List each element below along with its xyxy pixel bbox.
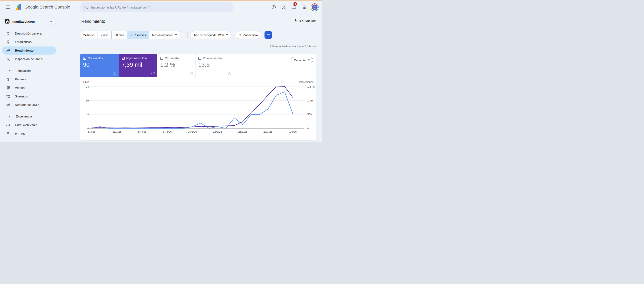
- notifications-button[interactable]: 4: [290, 3, 298, 12]
- metric-checkbox-checked[interactable]: [83, 57, 86, 60]
- date-filter-28d[interactable]: 28 días: [112, 31, 127, 39]
- metric-card-total-impressions[interactable]: Impresiones total… 7,39 mil ?: [118, 54, 157, 77]
- svg-text:14/3/26: 14/3/26: [138, 130, 146, 133]
- sidebar-item-removals[interactable]: Retirada de URLs: [2, 101, 56, 109]
- chevron-down-icon: [50, 21, 52, 22]
- chevron-down-icon: [8, 116, 11, 117]
- user-gear-icon: [282, 5, 287, 10]
- granularity-label: Cada día: [294, 59, 306, 62]
- home-icon: [6, 31, 10, 36]
- svg-text:23/3/26: 23/3/26: [213, 130, 222, 133]
- section-label: Experiencia: [16, 115, 32, 118]
- sidebar-item-label: Estadísticas: [15, 40, 32, 44]
- lightbulb-icon: [6, 40, 10, 44]
- sidebar-item-label: Sitemaps: [15, 95, 28, 98]
- apps-grid-button[interactable]: [300, 3, 309, 12]
- date-filter-label: Más información: [152, 34, 173, 37]
- product-name[interactable]: Google Search Console: [24, 5, 70, 10]
- search-type-label: Tipo de búsqueda: Web: [194, 34, 224, 37]
- svg-text:1 mil: 1 mil: [307, 99, 313, 102]
- sidebar-item-videos[interactable]: Vídeos: [2, 84, 56, 92]
- performance-line-chart: 008500161 mil241,5 mil8/3/2611/3/2614/3/…: [80, 79, 316, 140]
- speedometer-icon: [6, 123, 10, 127]
- pages-icon: [6, 77, 10, 82]
- help-icon[interactable]: ?: [228, 72, 231, 75]
- page-title: Rendimiento: [81, 19, 105, 24]
- search-icon: [6, 57, 10, 61]
- metric-checkbox-unchecked[interactable]: [160, 57, 163, 60]
- export-button[interactable]: EXPORTAR: [294, 19, 316, 23]
- svg-text:11/3/26: 11/3/26: [113, 130, 122, 133]
- sidebar-item-https[interactable]: HTTPS: [2, 130, 56, 138]
- sidebar-item-core-web-vitals[interactable]: Core Web Vitals: [2, 121, 56, 129]
- filter-tune-button[interactable]: [264, 31, 272, 39]
- svg-text:29/3/26: 29/3/26: [264, 130, 272, 133]
- sidebar-item-label: HTTPS: [15, 132, 25, 135]
- date-filter-24h[interactable]: 24 horas: [80, 31, 98, 39]
- svg-text:500: 500: [307, 113, 312, 116]
- date-filter-7d[interactable]: 7 días: [98, 31, 112, 39]
- metric-divider: [234, 54, 234, 77]
- svg-text:17/3/26: 17/3/26: [163, 130, 172, 133]
- sidebar-item-label: Core Web Vitals: [15, 123, 37, 127]
- google-search-console-app: Google Search Console ? 4: [0, 0, 322, 142]
- chevron-down-icon: [8, 70, 11, 71]
- sidebar-item-pages[interactable]: Páginas: [2, 75, 56, 83]
- metric-value: 13,5: [198, 62, 231, 68]
- help-icon[interactable]: ?: [113, 72, 116, 75]
- granularity-dropdown[interactable]: Cada día: [291, 57, 313, 63]
- metric-divider: [195, 54, 196, 77]
- add-filter-button[interactable]: + Añadir filtro: [236, 31, 261, 39]
- metric-checkbox-checked[interactable]: [122, 57, 124, 60]
- metric-label: Clics totales: [88, 57, 103, 60]
- search-console-logo-icon[interactable]: [16, 4, 22, 11]
- filter-sparkle-icon: [266, 33, 270, 37]
- search-icon: [84, 5, 88, 9]
- svg-text:26/3/26: 26/3/26: [238, 130, 247, 133]
- svg-text:0: 0: [307, 127, 309, 130]
- apps-grid-icon: [302, 5, 307, 9]
- user-settings-button[interactable]: [280, 3, 288, 12]
- date-filter-label: 3 meses: [134, 34, 146, 37]
- url-inspection-searchbox[interactable]: [80, 2, 234, 12]
- date-filter-more[interactable]: Más información: [149, 31, 180, 39]
- sidebar-section-indexing[interactable]: Indexación: [2, 67, 56, 74]
- sidebar-item-insights[interactable]: Estadísticas: [2, 38, 56, 46]
- sidebar-divider: [6, 140, 54, 140]
- help-icon[interactable]: ?: [152, 72, 155, 75]
- property-selector[interactable]: manitaspl.com: [2, 17, 56, 26]
- sidebar-item-url-inspection[interactable]: Inspección de URLs: [2, 55, 56, 63]
- download-icon: [294, 19, 298, 23]
- sidebar-section-experience[interactable]: Experiencia: [2, 113, 56, 120]
- metric-value: 90: [83, 62, 116, 68]
- lock-icon: [6, 132, 10, 136]
- sidebar-item-overview[interactable]: Descripción general: [2, 30, 56, 38]
- date-filter-3m-selected[interactable]: ✓ 3 meses: [127, 31, 149, 39]
- metric-card-average-ctr[interactable]: CTR medio 1,2 % ?: [157, 54, 195, 77]
- metric-label: CTR medio: [165, 57, 179, 60]
- metric-checkbox-unchecked[interactable]: [198, 57, 201, 60]
- search-input[interactable]: [91, 6, 223, 9]
- svg-text:20/3/26: 20/3/26: [188, 130, 197, 133]
- chevron-down-icon: [226, 34, 228, 36]
- account-avatar[interactable]: J: [311, 4, 318, 11]
- menu-icon[interactable]: [6, 5, 10, 9]
- help-icon[interactable]: ?: [190, 72, 193, 75]
- sidebar-item-label: Inspección de URLs: [15, 57, 42, 61]
- sidebar-item-sitemaps[interactable]: Sitemaps: [2, 92, 56, 100]
- svg-text:?: ?: [273, 6, 274, 9]
- search-type-filter[interactable]: Tipo de búsqueda: Web: [190, 31, 232, 39]
- window-top-strip: [0, 0, 322, 1]
- sidebar-item-label: Retirada de URLs: [15, 103, 40, 107]
- chevron-down-icon: [175, 34, 177, 36]
- help-button[interactable]: ?: [270, 3, 278, 12]
- property-name: manitaspl.com: [12, 20, 50, 23]
- add-filter-label: Añadir filtro: [244, 34, 258, 37]
- metric-card-average-position[interactable]: Posición media 13,5 ?: [195, 54, 234, 77]
- sidebar-item-performance[interactable]: Rendimiento: [2, 47, 56, 55]
- metric-card-total-clicks[interactable]: Clics totales 90 ?: [80, 54, 118, 77]
- section-label: Indexación: [16, 69, 31, 73]
- trending-up-icon: [6, 48, 10, 53]
- performance-report-card: Clics totales 90 ? Impresiones total… 7,…: [80, 54, 316, 140]
- domain-property-icon: [4, 19, 10, 24]
